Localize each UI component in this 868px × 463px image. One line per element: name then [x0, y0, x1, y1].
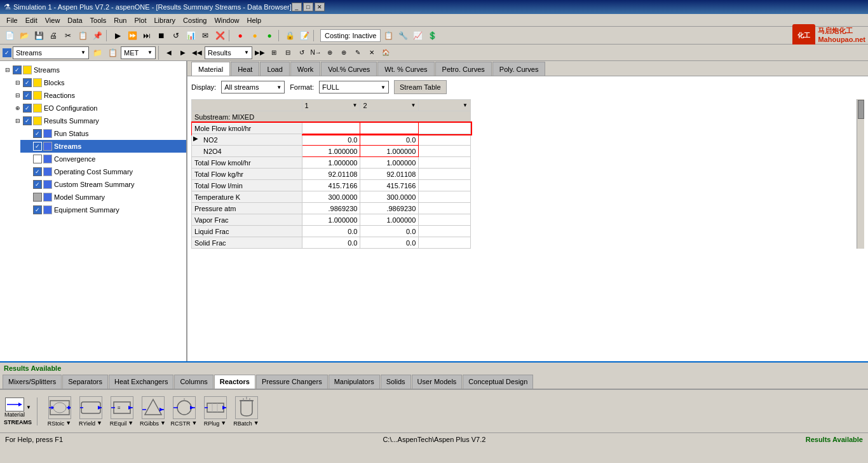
bottom-tab-separators[interactable]: Separators	[62, 375, 108, 389]
bottom-tab-heat-exchangers[interactable]: Heat Exchangers	[109, 375, 173, 389]
bottom-tab-pressure-changers[interactable]: Pressure Changers	[256, 375, 328, 389]
ryield-tool[interactable]: RYield ▼	[76, 396, 105, 427]
tab-petro-curves[interactable]: Petro. Curves	[435, 62, 492, 76]
rcstr-arrow[interactable]: ▼	[192, 420, 198, 426]
save-btn[interactable]: 💾	[32, 29, 46, 43]
material-dropdown-arrow[interactable]: ▼	[26, 404, 31, 410]
scrollbar[interactable]	[857, 99, 864, 249]
menu-costing[interactable]: Costing	[179, 15, 210, 25]
menu-view[interactable]: View	[41, 15, 64, 25]
results-dropdown[interactable]: Results	[205, 46, 252, 59]
tree-expand-streams-root[interactable]: ⊟	[3, 67, 13, 73]
menu-help[interactable]: Help	[243, 15, 266, 25]
tree-item-model-summary[interactable]: Model Summary	[20, 191, 186, 204]
tb-btn-7[interactable]: ✉	[198, 29, 212, 43]
tab-load[interactable]: Load	[260, 62, 289, 76]
tree-item-streams-node[interactable]: ✓ Streams	[20, 140, 186, 153]
close-button[interactable]: ✕	[315, 3, 325, 11]
header-col1[interactable]: 1 ▼	[302, 100, 360, 111]
material-tool[interactable]: Material	[4, 397, 25, 418]
forms-btn[interactable]: 📋	[105, 46, 119, 60]
tb-btn-4[interactable]: ⏹	[154, 29, 168, 43]
costing-btn3[interactable]: 📈	[410, 29, 424, 43]
tree-checkbox-blocks[interactable]: ✓	[23, 78, 32, 87]
stream-table-button[interactable]: Stream Table	[394, 80, 447, 94]
tree-item-eo-config[interactable]: ⊕ ✓ EO Configuration	[10, 102, 186, 114]
display-dropdown[interactable]: All streams	[221, 81, 285, 93]
costing-btn2[interactable]: 🔧	[396, 29, 410, 43]
nav-btn1[interactable]: ⊞	[268, 46, 280, 59]
folder-btn[interactable]: 📁	[90, 46, 104, 60]
scrollbar-thumb[interactable]	[858, 100, 864, 119]
tree-checkbox-streams-node[interactable]: ✓	[33, 142, 42, 151]
tree-checkbox-streams-root[interactable]: ✓	[13, 66, 22, 74]
col3-dropdown[interactable]: ▼	[421, 102, 468, 108]
nav-forward-forward[interactable]: ▶▶	[254, 46, 266, 59]
bottom-tab-reactors[interactable]: Reactors	[214, 375, 255, 389]
nav-back[interactable]: ◀	[163, 46, 175, 59]
menu-edit[interactable]: Edit	[22, 15, 41, 25]
tab-poly-curves[interactable]: Poly. Curves	[492, 62, 546, 76]
costing-btn4[interactable]: 💲	[425, 29, 439, 43]
color-green[interactable]: ●	[262, 29, 276, 43]
nav-btn4[interactable]: N→	[309, 46, 322, 59]
tb-btn-8[interactable]: ❌	[213, 29, 227, 43]
tree-checkbox-convergence[interactable]	[33, 155, 42, 163]
menu-tools[interactable]: Tools	[86, 15, 111, 25]
paste-btn[interactable]: 📌	[90, 29, 104, 43]
print-btn[interactable]: 🖨	[46, 29, 60, 43]
tree-expand-results-summary[interactable]: ⊟	[13, 118, 23, 124]
header-col2[interactable]: 2 ▼	[360, 100, 419, 111]
tree-checkbox-operating-cost[interactable]: ✓	[33, 167, 42, 176]
menu-library[interactable]: Library	[150, 15, 179, 25]
bottom-tab-conceptual[interactable]: Conceptual Design	[463, 375, 533, 389]
costing-btn1[interactable]: 📋	[381, 29, 395, 43]
tree-checkbox-results-summary[interactable]: ✓	[23, 116, 32, 125]
streams-dropdown[interactable]: Streams ▼	[13, 46, 89, 59]
tree-checkbox-eo-config[interactable]: ✓	[23, 104, 32, 113]
nav-forward[interactable]: ▶	[177, 46, 189, 59]
rbatch-arrow[interactable]: ▼	[254, 420, 259, 426]
tab-vol-curves[interactable]: Vol.% Curves	[321, 62, 377, 76]
rcstr-tool[interactable]: RCSTR ▼	[170, 396, 198, 427]
tab-work[interactable]: Work	[290, 62, 320, 76]
rgibbs-tool[interactable]: RGibbs ▼	[139, 396, 167, 427]
menu-window[interactable]: Window	[210, 15, 243, 25]
bottom-tab-user-models[interactable]: User Models	[412, 375, 463, 389]
format-dropdown[interactable]: FULL	[319, 81, 389, 93]
ryield-arrow[interactable]: ▼	[97, 420, 102, 426]
rstoic-tool[interactable]: RStoic ▼	[45, 396, 74, 427]
tree-item-reactions[interactable]: ⊟ ✓ Reactions	[10, 89, 186, 102]
rplug-tool[interactable]: RPlug ▼	[201, 396, 229, 427]
tree-item-equipment-summary[interactable]: ✓ Equipment Summary	[20, 204, 186, 216]
tb-btn-10[interactable]: 📝	[297, 29, 311, 43]
header-col3[interactable]: ▼	[419, 100, 471, 111]
tab-material[interactable]: Material	[191, 62, 230, 76]
open-btn[interactable]: 📂	[17, 29, 31, 43]
requil-tool[interactable]: ≡ REquil ▼	[107, 396, 136, 427]
tree-item-results-summary[interactable]: ⊟ ✓ Results Summary	[10, 114, 186, 127]
tree-expand-blocks[interactable]: ⊟	[13, 79, 23, 86]
bottom-tab-mixers[interactable]: Mixers/Splitters	[3, 375, 62, 389]
met-dropdown[interactable]: MET ▼	[121, 46, 156, 59]
tree-checkbox-reactions[interactable]: ✓	[23, 91, 32, 100]
color-red[interactable]: ●	[233, 29, 247, 43]
bottom-tab-manipulators[interactable]: Manipulators	[329, 375, 380, 389]
tree-expand-eo-config[interactable]: ⊕	[13, 105, 23, 111]
nav-btn6[interactable]: ⊕	[337, 46, 350, 59]
tb-btn-5[interactable]: ↺	[169, 29, 183, 43]
nav-btn7[interactable]: ✎	[351, 46, 364, 59]
tree-checkbox-run-status[interactable]: ✓	[33, 129, 42, 138]
tree-checkbox-model-summary[interactable]	[33, 193, 42, 202]
maximize-button[interactable]: □	[303, 3, 313, 11]
tree-expand-reactions[interactable]: ⊟	[13, 92, 23, 99]
nav-btn2[interactable]: ⊟	[281, 46, 294, 59]
streams-checkbox[interactable]: ✓	[3, 48, 11, 57]
bottom-tab-solids[interactable]: Solids	[381, 375, 411, 389]
rplug-arrow[interactable]: ▼	[220, 420, 226, 426]
tree-item-custom-stream[interactable]: ✓ Custom Stream Summary	[20, 178, 186, 191]
tb-btn-3[interactable]: ⏭	[140, 29, 154, 43]
rgibbs-arrow[interactable]: ▼	[160, 420, 166, 426]
copy-btn[interactable]: 📋	[76, 29, 90, 43]
menu-plot[interactable]: Plot	[130, 15, 150, 25]
